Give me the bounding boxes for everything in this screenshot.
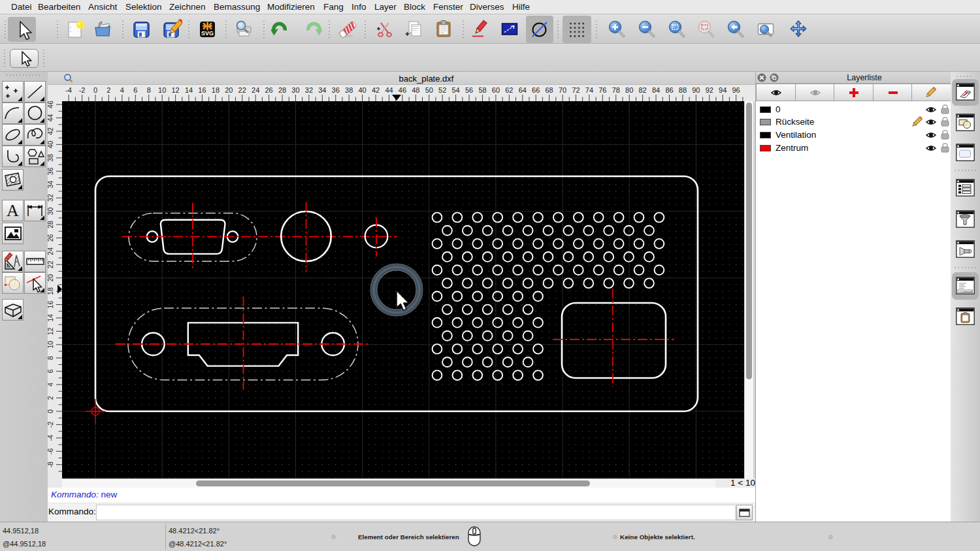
svg-text:-2: -2 — [48, 422, 54, 428]
svg-text:< command: < command — [960, 290, 972, 292]
svg-text:18: 18 — [48, 287, 54, 295]
svg-text:-4: -4 — [65, 86, 72, 94]
svg-text:74: 74 — [585, 86, 593, 94]
svg-text:64: 64 — [519, 86, 527, 94]
svg-text:14: 14 — [48, 314, 54, 322]
svg-text:28: 28 — [48, 221, 54, 228]
svg-text:56: 56 — [465, 86, 473, 94]
svg-text:42: 42 — [48, 127, 54, 135]
svg-text:30: 30 — [48, 208, 54, 215]
svg-text:24: 24 — [252, 86, 259, 94]
svg-text:0: 0 — [48, 409, 54, 413]
svg-text:28: 28 — [278, 86, 286, 94]
svg-text:36: 36 — [48, 167, 54, 175]
svg-text:16: 16 — [198, 86, 206, 94]
svg-text:20: 20 — [48, 274, 54, 282]
svg-text:32: 32 — [305, 86, 313, 94]
svg-text:92: 92 — [706, 86, 713, 94]
svg-text:16: 16 — [48, 301, 54, 309]
svg-text:2: 2 — [106, 86, 110, 94]
svg-text:42: 42 — [372, 86, 380, 94]
svg-text:26: 26 — [48, 234, 54, 242]
svg-text:24: 24 — [48, 247, 54, 255]
svg-text:8: 8 — [48, 356, 54, 360]
svg-text:2: 2 — [48, 396, 54, 400]
svg-text:60: 60 — [492, 86, 500, 94]
svg-text:32: 32 — [48, 194, 54, 202]
svg-text:-4: -4 — [48, 435, 54, 441]
svg-text:22: 22 — [48, 260, 54, 268]
svg-text:38: 38 — [48, 154, 54, 162]
svg-text:50: 50 — [425, 86, 433, 94]
svg-text:44: 44 — [385, 86, 393, 94]
svg-text:SVG: SVG — [201, 30, 214, 37]
svg-text:34: 34 — [48, 181, 54, 189]
svg-text:94: 94 — [719, 86, 727, 94]
svg-text:30: 30 — [291, 86, 299, 94]
svg-text:22: 22 — [238, 86, 246, 94]
svg-text:48: 48 — [412, 86, 419, 94]
svg-text:84: 84 — [652, 86, 660, 94]
svg-text:4: 4 — [120, 86, 124, 94]
svg-text:90: 90 — [692, 86, 700, 94]
svg-text:88: 88 — [679, 86, 687, 94]
svg-text:86: 86 — [665, 86, 673, 94]
svg-text:76: 76 — [598, 86, 606, 94]
svg-text:4: 4 — [48, 383, 54, 386]
svg-text:14: 14 — [185, 86, 193, 94]
svg-text:12: 12 — [48, 327, 54, 335]
svg-text:26: 26 — [265, 86, 272, 94]
svg-text:96: 96 — [732, 86, 740, 94]
svg-text:72: 72 — [572, 86, 580, 94]
svg-text:78: 78 — [612, 86, 620, 94]
svg-text:58: 58 — [478, 86, 486, 94]
svg-text:-8: -8 — [48, 462, 54, 467]
svg-text:10: 10 — [48, 341, 54, 349]
svg-text:40: 40 — [358, 86, 366, 94]
svg-text:12: 12 — [171, 86, 179, 94]
svg-text:62: 62 — [505, 86, 513, 94]
svg-text:-6: -6 — [48, 448, 54, 454]
svg-text:70: 70 — [559, 86, 566, 94]
svg-text:20: 20 — [225, 86, 233, 94]
svg-text:46: 46 — [48, 101, 54, 108]
svg-text:-2: -2 — [79, 86, 86, 94]
svg-text:36: 36 — [332, 86, 340, 94]
svg-text:10: 10 — [158, 86, 166, 94]
svg-text:0: 0 — [93, 86, 97, 94]
svg-text:A: A — [7, 201, 19, 220]
svg-text:34: 34 — [318, 86, 326, 94]
svg-text:18: 18 — [212, 86, 220, 94]
svg-text:6: 6 — [133, 86, 137, 94]
svg-text:80: 80 — [625, 86, 633, 94]
svg-text:6: 6 — [48, 370, 54, 373]
svg-text:52: 52 — [438, 86, 446, 94]
svg-text:40: 40 — [48, 140, 54, 148]
svg-text:8: 8 — [147, 86, 151, 94]
svg-text:54: 54 — [451, 86, 459, 94]
svg-text:66: 66 — [532, 86, 540, 94]
svg-text:68: 68 — [545, 86, 553, 94]
svg-text:46: 46 — [399, 86, 406, 94]
svg-text:38: 38 — [345, 86, 353, 94]
svg-text:82: 82 — [638, 86, 646, 94]
svg-text:44: 44 — [48, 114, 54, 122]
